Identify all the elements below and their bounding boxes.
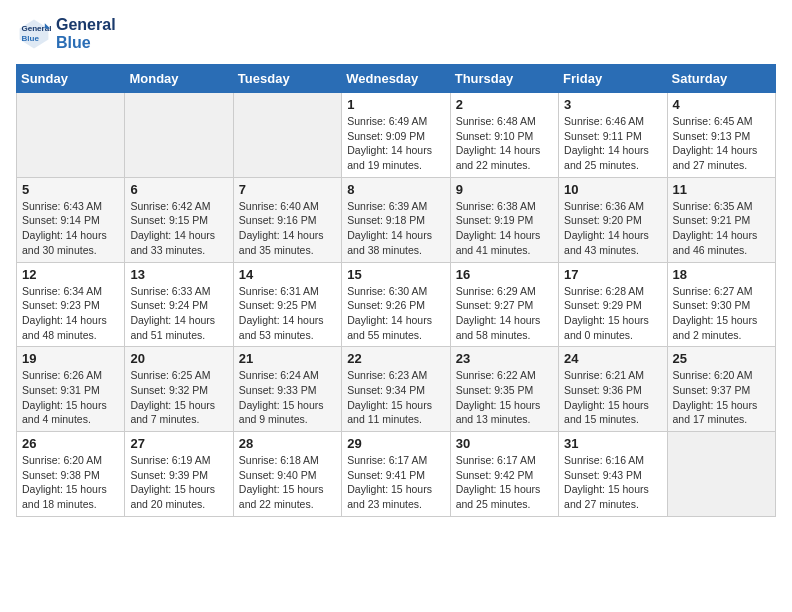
day-info: Sunrise: 6:45 AMSunset: 9:13 PMDaylight:… <box>673 114 770 173</box>
day-number: 14 <box>239 267 336 282</box>
day-number: 19 <box>22 351 119 366</box>
calendar-cell: 12Sunrise: 6:34 AMSunset: 9:23 PMDayligh… <box>17 262 125 347</box>
day-info: Sunrise: 6:46 AMSunset: 9:11 PMDaylight:… <box>564 114 661 173</box>
day-number: 29 <box>347 436 444 451</box>
day-number: 24 <box>564 351 661 366</box>
day-number: 13 <box>130 267 227 282</box>
calendar-cell <box>125 93 233 178</box>
calendar-cell: 25Sunrise: 6:20 AMSunset: 9:37 PMDayligh… <box>667 347 775 432</box>
day-number: 4 <box>673 97 770 112</box>
calendar-header-row: SundayMondayTuesdayWednesdayThursdayFrid… <box>17 65 776 93</box>
day-info: Sunrise: 6:29 AMSunset: 9:27 PMDaylight:… <box>456 284 553 343</box>
day-number: 21 <box>239 351 336 366</box>
calendar-cell: 9Sunrise: 6:38 AMSunset: 9:19 PMDaylight… <box>450 177 558 262</box>
day-info: Sunrise: 6:42 AMSunset: 9:15 PMDaylight:… <box>130 199 227 258</box>
day-number: 27 <box>130 436 227 451</box>
day-info: Sunrise: 6:39 AMSunset: 9:18 PMDaylight:… <box>347 199 444 258</box>
calendar-cell: 27Sunrise: 6:19 AMSunset: 9:39 PMDayligh… <box>125 432 233 517</box>
calendar-cell: 20Sunrise: 6:25 AMSunset: 9:32 PMDayligh… <box>125 347 233 432</box>
day-info: Sunrise: 6:20 AMSunset: 9:37 PMDaylight:… <box>673 368 770 427</box>
calendar-cell: 3Sunrise: 6:46 AMSunset: 9:11 PMDaylight… <box>559 93 667 178</box>
day-number: 23 <box>456 351 553 366</box>
day-info: Sunrise: 6:25 AMSunset: 9:32 PMDaylight:… <box>130 368 227 427</box>
calendar-cell: 10Sunrise: 6:36 AMSunset: 9:20 PMDayligh… <box>559 177 667 262</box>
page-header: General Blue General Blue <box>16 16 776 52</box>
day-number: 2 <box>456 97 553 112</box>
calendar-week-row: 19Sunrise: 6:26 AMSunset: 9:31 PMDayligh… <box>17 347 776 432</box>
day-number: 28 <box>239 436 336 451</box>
day-number: 3 <box>564 97 661 112</box>
day-header-saturday: Saturday <box>667 65 775 93</box>
day-number: 9 <box>456 182 553 197</box>
calendar-cell: 4Sunrise: 6:45 AMSunset: 9:13 PMDaylight… <box>667 93 775 178</box>
calendar-cell: 5Sunrise: 6:43 AMSunset: 9:14 PMDaylight… <box>17 177 125 262</box>
calendar-cell: 2Sunrise: 6:48 AMSunset: 9:10 PMDaylight… <box>450 93 558 178</box>
day-number: 11 <box>673 182 770 197</box>
day-info: Sunrise: 6:21 AMSunset: 9:36 PMDaylight:… <box>564 368 661 427</box>
day-header-tuesday: Tuesday <box>233 65 341 93</box>
day-info: Sunrise: 6:17 AMSunset: 9:42 PMDaylight:… <box>456 453 553 512</box>
day-header-sunday: Sunday <box>17 65 125 93</box>
day-info: Sunrise: 6:18 AMSunset: 9:40 PMDaylight:… <box>239 453 336 512</box>
calendar-cell: 31Sunrise: 6:16 AMSunset: 9:43 PMDayligh… <box>559 432 667 517</box>
day-number: 7 <box>239 182 336 197</box>
day-info: Sunrise: 6:30 AMSunset: 9:26 PMDaylight:… <box>347 284 444 343</box>
day-header-friday: Friday <box>559 65 667 93</box>
svg-text:Blue: Blue <box>21 34 39 43</box>
logo-text-line1: General <box>56 16 116 34</box>
day-info: Sunrise: 6:49 AMSunset: 9:09 PMDaylight:… <box>347 114 444 173</box>
calendar-week-row: 5Sunrise: 6:43 AMSunset: 9:14 PMDaylight… <box>17 177 776 262</box>
day-info: Sunrise: 6:31 AMSunset: 9:25 PMDaylight:… <box>239 284 336 343</box>
day-info: Sunrise: 6:38 AMSunset: 9:19 PMDaylight:… <box>456 199 553 258</box>
calendar-cell: 16Sunrise: 6:29 AMSunset: 9:27 PMDayligh… <box>450 262 558 347</box>
calendar-cell: 17Sunrise: 6:28 AMSunset: 9:29 PMDayligh… <box>559 262 667 347</box>
calendar-week-row: 26Sunrise: 6:20 AMSunset: 9:38 PMDayligh… <box>17 432 776 517</box>
day-info: Sunrise: 6:34 AMSunset: 9:23 PMDaylight:… <box>22 284 119 343</box>
calendar-cell: 11Sunrise: 6:35 AMSunset: 9:21 PMDayligh… <box>667 177 775 262</box>
day-header-monday: Monday <box>125 65 233 93</box>
day-header-thursday: Thursday <box>450 65 558 93</box>
day-number: 25 <box>673 351 770 366</box>
calendar-cell: 13Sunrise: 6:33 AMSunset: 9:24 PMDayligh… <box>125 262 233 347</box>
day-number: 30 <box>456 436 553 451</box>
calendar-cell: 7Sunrise: 6:40 AMSunset: 9:16 PMDaylight… <box>233 177 341 262</box>
day-number: 15 <box>347 267 444 282</box>
day-number: 26 <box>22 436 119 451</box>
calendar-cell: 19Sunrise: 6:26 AMSunset: 9:31 PMDayligh… <box>17 347 125 432</box>
day-info: Sunrise: 6:23 AMSunset: 9:34 PMDaylight:… <box>347 368 444 427</box>
calendar-cell: 28Sunrise: 6:18 AMSunset: 9:40 PMDayligh… <box>233 432 341 517</box>
day-info: Sunrise: 6:27 AMSunset: 9:30 PMDaylight:… <box>673 284 770 343</box>
day-info: Sunrise: 6:26 AMSunset: 9:31 PMDaylight:… <box>22 368 119 427</box>
day-number: 10 <box>564 182 661 197</box>
calendar-week-row: 1Sunrise: 6:49 AMSunset: 9:09 PMDaylight… <box>17 93 776 178</box>
calendar-cell: 26Sunrise: 6:20 AMSunset: 9:38 PMDayligh… <box>17 432 125 517</box>
day-number: 12 <box>22 267 119 282</box>
day-info: Sunrise: 6:24 AMSunset: 9:33 PMDaylight:… <box>239 368 336 427</box>
calendar-cell: 6Sunrise: 6:42 AMSunset: 9:15 PMDaylight… <box>125 177 233 262</box>
day-header-wednesday: Wednesday <box>342 65 450 93</box>
calendar-cell: 29Sunrise: 6:17 AMSunset: 9:41 PMDayligh… <box>342 432 450 517</box>
calendar-cell <box>17 93 125 178</box>
day-info: Sunrise: 6:16 AMSunset: 9:43 PMDaylight:… <box>564 453 661 512</box>
day-number: 17 <box>564 267 661 282</box>
calendar-cell: 8Sunrise: 6:39 AMSunset: 9:18 PMDaylight… <box>342 177 450 262</box>
calendar-cell <box>667 432 775 517</box>
day-info: Sunrise: 6:48 AMSunset: 9:10 PMDaylight:… <box>456 114 553 173</box>
day-info: Sunrise: 6:20 AMSunset: 9:38 PMDaylight:… <box>22 453 119 512</box>
day-number: 18 <box>673 267 770 282</box>
calendar-cell: 23Sunrise: 6:22 AMSunset: 9:35 PMDayligh… <box>450 347 558 432</box>
day-info: Sunrise: 6:43 AMSunset: 9:14 PMDaylight:… <box>22 199 119 258</box>
calendar-cell: 1Sunrise: 6:49 AMSunset: 9:09 PMDaylight… <box>342 93 450 178</box>
day-number: 5 <box>22 182 119 197</box>
calendar-week-row: 12Sunrise: 6:34 AMSunset: 9:23 PMDayligh… <box>17 262 776 347</box>
day-number: 8 <box>347 182 444 197</box>
calendar-cell: 30Sunrise: 6:17 AMSunset: 9:42 PMDayligh… <box>450 432 558 517</box>
calendar-cell: 18Sunrise: 6:27 AMSunset: 9:30 PMDayligh… <box>667 262 775 347</box>
day-number: 22 <box>347 351 444 366</box>
logo: General Blue General Blue <box>16 16 116 52</box>
calendar-cell: 14Sunrise: 6:31 AMSunset: 9:25 PMDayligh… <box>233 262 341 347</box>
calendar-cell <box>233 93 341 178</box>
day-info: Sunrise: 6:17 AMSunset: 9:41 PMDaylight:… <box>347 453 444 512</box>
day-info: Sunrise: 6:33 AMSunset: 9:24 PMDaylight:… <box>130 284 227 343</box>
logo-text-line2: Blue <box>56 34 116 52</box>
